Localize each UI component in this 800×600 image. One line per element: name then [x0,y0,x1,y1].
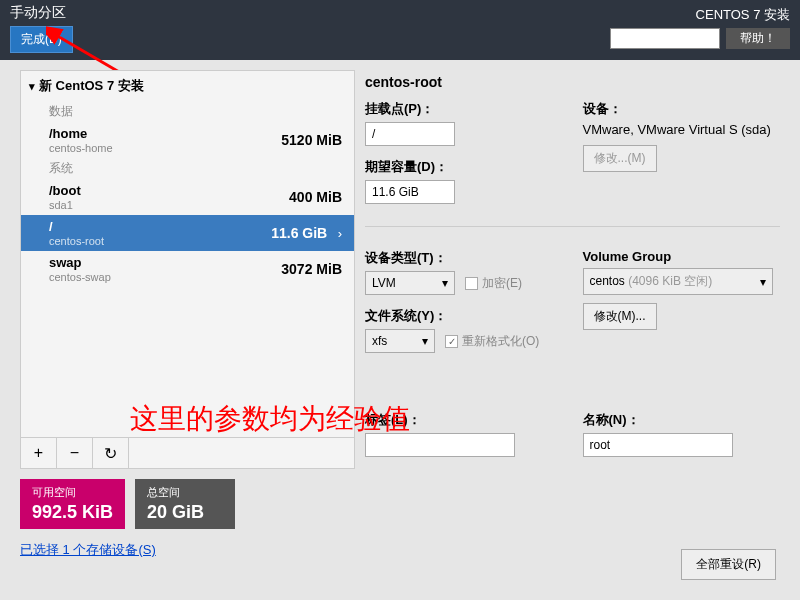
capacity-label: 期望容量(D)： [365,158,563,176]
device-type-select[interactable]: LVM ▾ [365,271,455,295]
volume-group-select[interactable]: centos (4096 KiB 空闲) ▾ [583,268,773,295]
remove-partition-button[interactable]: − [57,438,93,468]
vg-free: (4096 KiB 空闲) [628,274,712,288]
storage-devices-link[interactable]: 已选择 1 个存储设备(S) [20,541,156,559]
partition-name: swap [49,255,111,270]
help-button[interactable]: 帮助！ [726,28,790,49]
tree-header[interactable]: 新 CentOS 7 安装 [21,71,354,101]
type-label: 设备类型(T)： [365,249,563,267]
chevron-down-icon: ▾ [422,334,428,348]
reset-all-button[interactable]: 全部重设(R) [681,549,776,580]
free-space-label: 可用空间 [32,485,113,500]
keyboard-icon: ⌨ [617,32,624,45]
partition-size: 11.6 GiB [271,225,327,241]
encrypt-label: 加密(E) [482,275,522,292]
partition-row-root[interactable]: / centos-root 11.6 GiB › [21,215,354,251]
install-title: CENTOS 7 安装 [610,6,790,24]
capacity-input[interactable] [365,180,455,204]
tag-input[interactable] [365,433,515,457]
partition-row-home[interactable]: /home centos-home 5120 MiB [21,122,354,158]
tag-label: 标签(L)： [365,411,563,429]
modify-device-button[interactable]: 修改...(M) [583,145,657,172]
reformat-label: 重新格式化(O) [462,333,539,350]
partition-tree: 新 CentOS 7 安装 数据 /home centos-home 5120 … [20,70,355,438]
partition-row-swap[interactable]: swap centos-swap 3072 MiB [21,251,354,287]
mount-input[interactable] [365,122,455,146]
name-label: 名称(N)： [583,411,781,429]
partition-row-boot[interactable]: /boot sda1 400 MiB [21,179,354,215]
partition-sub: centos-root [49,235,104,247]
reformat-checkbox-row[interactable]: 重新格式化(O) [445,333,539,350]
select-value: LVM [372,276,396,290]
chevron-right-icon: › [338,226,342,241]
fs-label: 文件系统(Y)： [365,307,563,325]
modify-vg-button[interactable]: 修改(M)... [583,303,657,330]
partition-size: 5120 MiB [281,132,342,148]
done-button[interactable]: 完成(D) [10,26,73,53]
total-space-label: 总空间 [147,485,223,500]
partition-size: 3072 MiB [281,261,342,277]
encrypt-checkbox[interactable] [465,277,478,290]
name-input[interactable] [583,433,733,457]
total-space-value: 20 GiB [147,502,223,523]
divider [365,226,780,227]
add-partition-button[interactable]: + [21,438,57,468]
section-data: 数据 [21,101,354,122]
lang-value: cn [628,32,641,46]
partition-sub: centos-swap [49,271,111,283]
device-text: VMware, VMware Virtual S (sda) [583,122,781,137]
keyboard-layout-select[interactable]: ⌨ cn [610,28,720,49]
device-label: 设备： [583,100,781,118]
reformat-checkbox[interactable] [445,335,458,348]
page-title: 手动分区 [10,4,73,22]
free-space-value: 992.5 KiB [32,502,113,523]
partition-name: /home [49,126,113,141]
chevron-down-icon: ▾ [442,276,448,290]
reload-button[interactable]: ↻ [93,438,129,468]
chevron-down-icon: ▾ [760,275,766,289]
encrypt-checkbox-row[interactable]: 加密(E) [465,275,522,292]
mount-label: 挂载点(P)： [365,100,563,118]
vg-value: centos [590,274,625,288]
filesystem-select[interactable]: xfs ▾ [365,329,435,353]
partition-size: 400 MiB [289,189,342,205]
partition-name: /boot [49,183,81,198]
detail-title: centos-root [365,74,780,90]
partition-sub: centos-home [49,142,113,154]
select-value: xfs [372,334,387,348]
total-space-box: 总空间 20 GiB [135,479,235,529]
free-space-box: 可用空间 992.5 KiB [20,479,125,529]
partition-sub: sda1 [49,199,81,211]
section-system: 系统 [21,158,354,179]
partition-name: / [49,219,104,234]
vg-label: Volume Group [583,249,781,264]
